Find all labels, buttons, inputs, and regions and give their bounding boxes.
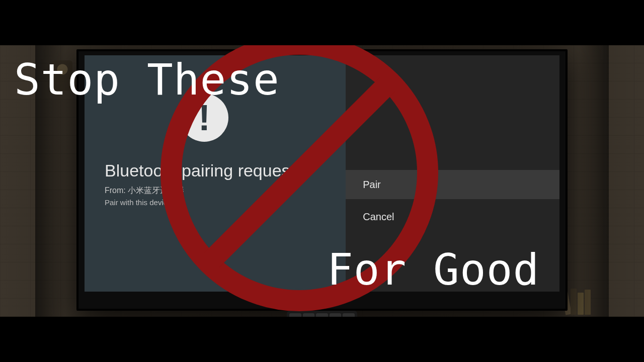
cancel-label: Cancel [363, 211, 394, 223]
bookshelf-decor [564, 285, 624, 315]
letterbox-bottom [0, 317, 644, 362]
overlay-text-top: Stop These [14, 54, 280, 105]
pair-button[interactable]: Pair [346, 170, 559, 199]
letterbox-top [0, 0, 644, 45]
from-device-name: 小米蓝牙遥控器 [128, 186, 184, 195]
thumbnail-frame: ! Bluetooth pairing request From: 小米蓝牙遥控… [0, 0, 644, 362]
pair-label: Pair [363, 179, 381, 191]
from-label: From: [105, 186, 126, 195]
dialog-title: Bluetooth pairing request [105, 161, 326, 180]
overlay-text-bottom: For Good [327, 244, 539, 295]
dialog-from-line: From: 小米蓝牙遥控器 [105, 186, 326, 196]
dialog-question: Pair with this device? [105, 198, 326, 207]
cancel-button[interactable]: Cancel [346, 202, 559, 231]
